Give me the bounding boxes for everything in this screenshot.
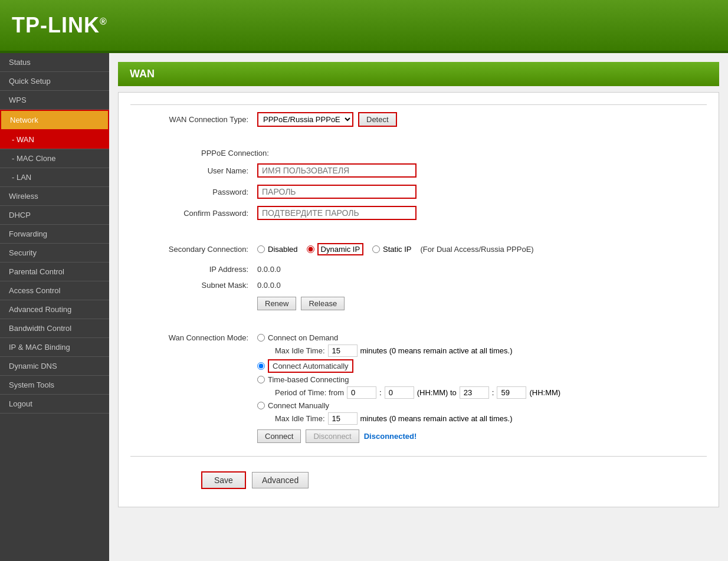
sc-disabled-option[interactable]: Disabled: [257, 245, 298, 254]
time-hhmm-2: (HH:MM): [529, 388, 560, 397]
time-from-m-input[interactable]: [385, 386, 414, 399]
time-hhmm-1: (HH:MM) to: [417, 388, 457, 397]
page-title: WAN: [118, 62, 719, 86]
max-idle-note-1: minutes (0 means remain active at all ti…: [360, 346, 513, 355]
time-based-option: Time-based Connecting: [257, 375, 560, 384]
username-input[interactable]: [257, 163, 417, 178]
connect-manually-radio[interactable]: [257, 402, 265, 409]
wan-connection-type-control: PPPoE/Russia PPPoE Detect: [257, 112, 397, 127]
sidebar-item-bandwidth-control[interactable]: Bandwidth Control: [0, 319, 109, 338]
sc-static-ip-radio[interactable]: [372, 245, 380, 253]
wan-form: WAN Connection Type: PPPoE/Russia PPPoE …: [118, 92, 719, 507]
sidebar-item-lan[interactable]: - LAN: [0, 168, 109, 187]
renew-release-row: Renew Release: [130, 296, 707, 311]
connect-on-demand-radio[interactable]: [257, 334, 265, 342]
username-row: User Name:: [130, 162, 707, 179]
sidebar-item-wps[interactable]: WPS: [0, 91, 109, 110]
max-idle-time-input-1[interactable]: [328, 345, 358, 357]
max-idle-time-label-2: Max Idle Time:: [275, 414, 325, 423]
sc-static-ip-label: Static IP: [383, 245, 411, 254]
sidebar-item-dhcp[interactable]: DHCP: [0, 206, 109, 225]
pppoe-section-label: PPPoE Connection:: [201, 149, 707, 158]
connect-button[interactable]: Connect: [257, 429, 301, 443]
connect-automatically-label: Connect Automatically: [273, 362, 349, 370]
sc-dynamic-ip-radio[interactable]: [307, 245, 314, 253]
subnet-mask-label: Subnet Mask:: [130, 281, 248, 290]
ip-address-label: IP Address:: [130, 265, 248, 274]
max-idle-time-label-1: Max Idle Time:: [275, 346, 325, 355]
period-of-time-label: Period of Time: from: [275, 388, 344, 397]
sidebar-item-network[interactable]: Network: [0, 110, 109, 130]
sidebar-item-ip-mac-binding[interactable]: IP & MAC Binding: [0, 338, 109, 357]
sidebar-item-status[interactable]: Status: [0, 53, 109, 72]
sc-disabled-radio[interactable]: [257, 245, 265, 253]
sidebar-item-access-control[interactable]: Access Control: [0, 281, 109, 300]
connect-automatically-box: Connect Automatically: [268, 359, 353, 373]
sc-note: (For Dual Access/Russia PPPoE): [420, 245, 533, 254]
time-to-h-input[interactable]: [460, 386, 489, 399]
time-colon-1: :: [379, 388, 382, 397]
connect-automatically-option: Connect Automatically: [257, 359, 560, 373]
confirm-password-input[interactable]: [257, 206, 417, 220]
sc-static-ip-option[interactable]: Static IP: [372, 245, 411, 254]
connect-on-demand-option: Connect on Demand: [257, 333, 560, 342]
wan-connection-mode-options: Connect on Demand Max Idle Time: minutes…: [257, 331, 560, 443]
sidebar-item-logout[interactable]: Logout: [0, 395, 109, 414]
confirm-password-control: [257, 206, 417, 220]
sidebar-item-forwarding[interactable]: Forwarding: [0, 225, 109, 244]
renew-release-control: Renew Release: [257, 297, 345, 310]
sc-dynamic-ip-label: Dynamic IP: [317, 243, 363, 255]
ip-address-control: 0.0.0.0: [257, 265, 281, 274]
max-idle-time-row-1: Max Idle Time: minutes (0 means remain a…: [275, 345, 560, 357]
connect-disconnect-row: Connect Disconnect Disconnected!: [257, 429, 560, 443]
sidebar-item-mac-clone[interactable]: - MAC Clone: [0, 149, 109, 168]
wan-connection-type-select[interactable]: PPPoE/Russia PPPoE: [257, 112, 353, 127]
renew-button[interactable]: Renew: [257, 297, 296, 310]
advanced-button[interactable]: Advanced: [252, 472, 309, 488]
max-idle-time-input-2[interactable]: [328, 412, 358, 425]
secondary-connection-row: Secondary Connection: Disabled Dynamic I…: [130, 240, 707, 259]
wan-connection-mode-row: Wan Connection Mode: Connect on Demand M…: [130, 330, 707, 444]
main-layout: Status Quick Setup WPS Network - WAN - M…: [0, 53, 728, 561]
bottom-buttons: Save Advanced: [130, 462, 707, 495]
sidebar-item-wan[interactable]: - WAN: [0, 130, 109, 149]
max-idle-time-row-2: Max Idle Time: minutes (0 means remain a…: [275, 412, 560, 425]
subnet-mask-control: 0.0.0.0: [257, 281, 281, 290]
time-based-radio[interactable]: [257, 376, 265, 383]
wan-connection-type-row: WAN Connection Type: PPPoE/Russia PPPoE …: [130, 111, 707, 128]
ip-address-value: 0.0.0.0: [257, 265, 281, 274]
detect-button[interactable]: Detect: [358, 112, 397, 127]
connect-on-demand-label: Connect on Demand: [268, 333, 338, 342]
sidebar-item-dynamic-dns[interactable]: Dynamic DNS: [0, 357, 109, 376]
sc-disabled-label: Disabled: [268, 245, 298, 254]
connect-manually-label: Connect Manually: [268, 401, 329, 410]
ip-address-row: IP Address: 0.0.0.0: [130, 264, 707, 275]
password-control: [257, 185, 417, 199]
confirm-password-row: Confirm Password:: [130, 205, 707, 221]
sc-dynamic-ip-option[interactable]: Dynamic IP: [307, 243, 363, 255]
password-label: Password:: [130, 188, 248, 196]
connect-automatically-radio[interactable]: [257, 362, 265, 370]
time-from-h-input[interactable]: [347, 386, 376, 399]
disconnect-button[interactable]: Disconnect: [306, 429, 359, 443]
wan-connection-mode-label: Wan Connection Mode:: [130, 331, 248, 342]
password-input[interactable]: [257, 185, 417, 199]
connect-manually-option: Connect Manually: [257, 401, 560, 410]
time-to-m-input[interactable]: [497, 386, 526, 399]
sidebar-item-quick-setup[interactable]: Quick Setup: [0, 72, 109, 91]
time-colon-2: :: [492, 388, 494, 397]
max-idle-note-2: minutes (0 means remain active at all ti…: [360, 414, 513, 423]
sidebar-item-system-tools[interactable]: System Tools: [0, 376, 109, 395]
sidebar-item-security[interactable]: Security: [0, 244, 109, 263]
save-button[interactable]: Save: [201, 471, 246, 489]
subnet-mask-value: 0.0.0.0: [257, 281, 281, 290]
release-button[interactable]: Release: [301, 297, 345, 310]
sidebar-item-wireless[interactable]: Wireless: [0, 187, 109, 206]
secondary-connection-control: Disabled Dynamic IP Static IP (For Dual …: [257, 241, 534, 258]
sidebar-item-advanced-routing[interactable]: Advanced Routing: [0, 300, 109, 319]
wan-connection-type-label: WAN Connection Type:: [130, 115, 248, 124]
sidebar-item-parental-control[interactable]: Parental Control: [0, 263, 109, 281]
content-area: WAN WAN Connection Type: PPPoE/Russia PP…: [109, 53, 728, 561]
secondary-connection-label: Secondary Connection:: [130, 245, 248, 254]
time-based-sub: Period of Time: from : (HH:MM) to : (HH:…: [275, 386, 560, 399]
